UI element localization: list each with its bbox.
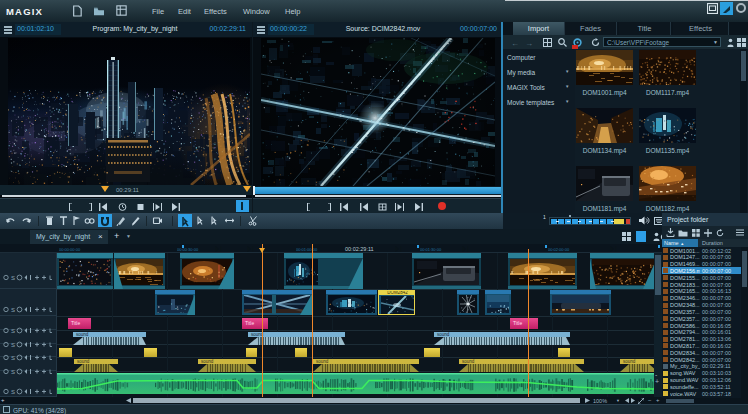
svg-text:S: S — [11, 389, 15, 395]
svg-text:S: S — [11, 275, 15, 281]
svg-text:S: S — [11, 307, 15, 313]
